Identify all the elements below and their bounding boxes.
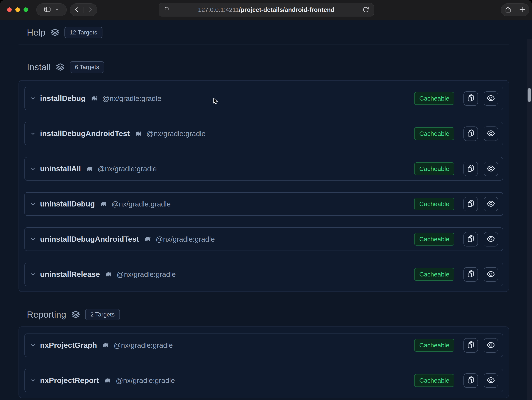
eye-button[interactable]: [484, 126, 498, 141]
cacheable-badge: Cacheable: [414, 127, 454, 140]
target-name: uninstallAll: [40, 164, 81, 173]
copy-button[interactable]: [463, 267, 478, 282]
targets-count-badge: 6 Targets: [70, 61, 104, 73]
copy-button[interactable]: [463, 197, 478, 211]
chevron-down-icon[interactable]: [30, 378, 36, 383]
chevron-down-icon[interactable]: [30, 96, 36, 101]
target-row[interactable]: uninstallRelease @nx/gradle:gradle Cache…: [25, 262, 503, 286]
scrollbar-thumb[interactable]: [528, 88, 531, 102]
chevron-down-icon[interactable]: [30, 271, 36, 277]
layers-icon: [50, 28, 60, 37]
section-title: Help: [27, 27, 45, 38]
gradle-icon: [90, 94, 99, 103]
reload-button[interactable]: [362, 6, 369, 13]
sidebar-toggle-button[interactable]: [36, 3, 67, 16]
gradle-icon: [85, 165, 94, 173]
clipboard-copy-icon: [466, 235, 475, 244]
share-button[interactable]: [504, 6, 512, 14]
copy-button[interactable]: [463, 232, 478, 246]
reload-icon: [362, 6, 369, 13]
traffic-lights: [7, 7, 28, 12]
clipboard-copy-icon: [466, 270, 475, 279]
plus-icon: [519, 6, 526, 14]
section-heading-install: Install 6 Targets: [19, 61, 509, 73]
target-row[interactable]: installDebugAndroidTest @nx/gradle:gradl…: [25, 122, 503, 145]
chevron-down-icon[interactable]: [30, 236, 36, 242]
chevron-down-icon[interactable]: [30, 166, 36, 172]
eye-button[interactable]: [484, 267, 498, 282]
clipboard-copy-icon: [466, 200, 475, 208]
gradle-icon: [104, 376, 112, 385]
target-name: installDebugAndroidTest: [40, 129, 130, 138]
sidebar-icon: [44, 6, 51, 14]
clipboard-copy-icon: [466, 129, 475, 138]
chevron-down-icon[interactable]: [30, 201, 36, 207]
eye-icon: [487, 94, 495, 103]
section-divider: [19, 44, 509, 44]
copy-button[interactable]: [463, 91, 478, 106]
minimize-window-button[interactable]: [15, 7, 20, 12]
section-title: Install: [27, 62, 51, 72]
forward-button[interactable]: [84, 4, 97, 16]
eye-button[interactable]: [484, 162, 498, 176]
gradle-icon: [99, 200, 108, 208]
browser-window: 127.0.0.1:4211/project-details/android-f…: [0, 0, 532, 400]
target-name: nxProjectGraph: [40, 341, 97, 350]
target-row[interactable]: uninstallDebug @nx/gradle:gradle Cacheab…: [25, 192, 503, 216]
zoom-window-button[interactable]: [24, 7, 28, 12]
chevron-down-icon[interactable]: [30, 342, 36, 348]
target-name: uninstallDebug: [40, 200, 95, 208]
target-name: uninstallDebugAndroidTest: [40, 235, 139, 244]
cacheable-badge: Cacheable: [414, 374, 454, 387]
clipboard-copy-icon: [466, 376, 475, 385]
eye-button[interactable]: [484, 338, 498, 353]
target-runner: @nx/gradle:gradle: [112, 200, 171, 208]
eye-icon: [487, 164, 495, 173]
eye-button[interactable]: [484, 232, 498, 246]
address-bar[interactable]: 127.0.0.1:4211/project-details/android-f…: [159, 3, 374, 17]
eye-button[interactable]: [484, 373, 498, 388]
cacheable-badge: Cacheable: [414, 162, 454, 175]
target-runner: @nx/gradle:gradle: [102, 94, 161, 103]
target-row[interactable]: uninstallAll @nx/gradle:gradle Cacheable: [25, 157, 503, 181]
target-name: uninstallRelease: [40, 270, 100, 279]
clipboard-copy-icon: [466, 94, 475, 103]
copy-button[interactable]: [463, 126, 478, 141]
target-name: nxProjectReport: [40, 376, 99, 385]
chevron-down-icon[interactable]: [30, 131, 36, 137]
copy-button[interactable]: [463, 373, 478, 388]
target-runner: @nx/gradle:gradle: [98, 165, 157, 173]
close-window-button[interactable]: [7, 7, 12, 12]
page-settings-button[interactable]: [163, 6, 170, 13]
target-group-reporting: nxProjectGraph @nx/gradle:gradle Cacheab…: [19, 326, 509, 398]
url-path: /project-details/android-frontend: [239, 6, 335, 13]
cacheable-badge: Cacheable: [414, 198, 454, 210]
scrollbar-track[interactable]: [527, 39, 532, 400]
target-row[interactable]: nxProjectReport @nx/gradle:gradle Cachea…: [25, 369, 503, 392]
target-runner: @nx/gradle:gradle: [146, 130, 205, 138]
chevron-right-icon: [87, 6, 94, 13]
share-icon: [504, 6, 512, 14]
nav-buttons: [70, 3, 97, 16]
target-row[interactable]: installDebug @nx/gradle:gradle Cacheable: [25, 87, 503, 110]
back-button[interactable]: [70, 4, 83, 16]
page-settings-icon: [163, 6, 170, 13]
eye-button[interactable]: [484, 197, 498, 211]
target-group-install: installDebug @nx/gradle:gradle Cacheable…: [19, 80, 509, 292]
eye-button[interactable]: [484, 91, 498, 106]
copy-button[interactable]: [463, 338, 478, 353]
cacheable-badge: Cacheable: [414, 339, 454, 352]
target-row[interactable]: nxProjectGraph @nx/gradle:gradle Cacheab…: [25, 333, 503, 357]
copy-button[interactable]: [463, 162, 478, 176]
cacheable-badge: Cacheable: [414, 268, 454, 281]
target-row[interactable]: uninstallDebugAndroidTest @nx/gradle:gra…: [25, 227, 503, 251]
layers-icon: [71, 310, 80, 319]
section-heading-reporting: Reporting 2 Targets: [19, 308, 509, 320]
url-text: 127.0.0.1:4211/project-details/android-f…: [170, 6, 362, 13]
target-runner: @nx/gradle:gradle: [114, 341, 173, 350]
target-runner: @nx/gradle:gradle: [117, 270, 176, 279]
chevron-left-icon: [74, 6, 80, 13]
gradle-icon: [144, 235, 152, 244]
new-tab-button[interactable]: [519, 6, 526, 14]
eye-icon: [487, 200, 495, 208]
